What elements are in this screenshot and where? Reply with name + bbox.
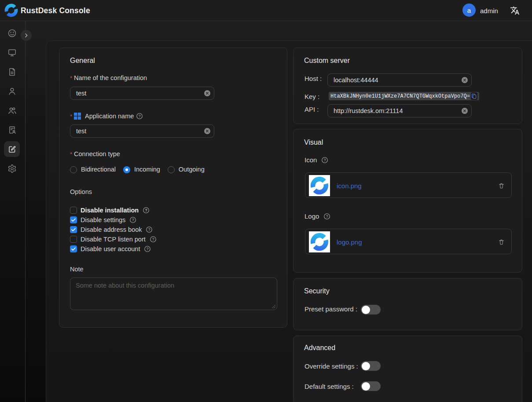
svg-text:?: ?	[132, 218, 134, 222]
svg-text:?: ?	[323, 158, 326, 162]
svg-text:?: ?	[326, 214, 328, 219]
svg-text:?: ?	[148, 227, 150, 232]
svg-text:?: ?	[139, 114, 141, 118]
svg-text:?: ?	[152, 237, 154, 241]
svg-text:?: ?	[147, 247, 149, 251]
svg-text:?: ?	[145, 208, 147, 212]
